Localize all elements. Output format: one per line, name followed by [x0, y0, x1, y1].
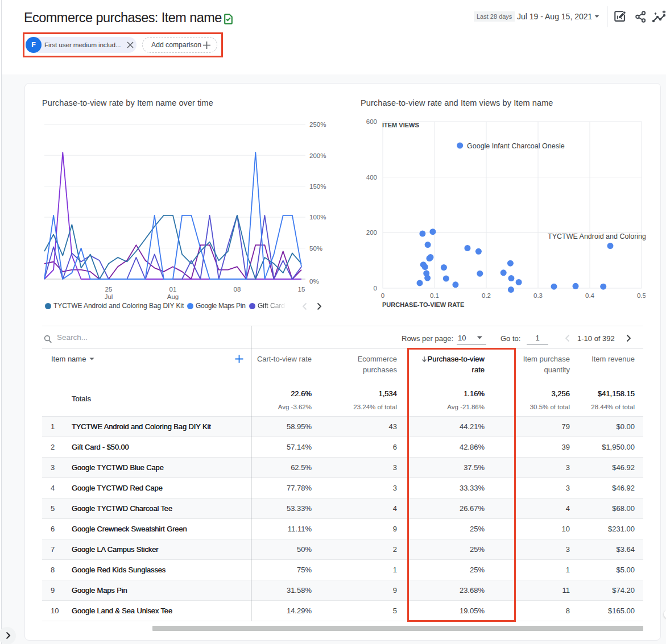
svg-text:0.4: 0.4 [585, 292, 595, 299]
svg-text:ITEM VIEWS: ITEM VIEWS [382, 122, 419, 128]
svg-text:15: 15 [298, 286, 305, 293]
svg-text:200: 200 [366, 229, 377, 236]
svg-text:0.3: 0.3 [533, 292, 543, 299]
svg-text:Aug: Aug [167, 293, 179, 300]
svg-text:400: 400 [366, 174, 377, 181]
svg-text:600: 600 [366, 118, 377, 125]
svg-text:0%: 0% [309, 278, 319, 285]
svg-text:08: 08 [234, 286, 241, 293]
svg-text:PURCHASE-TO-VIEW RATE: PURCHASE-TO-VIEW RATE [382, 301, 464, 308]
svg-text:250%: 250% [309, 121, 326, 128]
svg-text:Jul: Jul [105, 293, 113, 300]
svg-text:0.1: 0.1 [430, 292, 439, 299]
svg-text:0: 0 [374, 285, 377, 292]
svg-text:25: 25 [105, 286, 113, 293]
svg-text:100%: 100% [309, 214, 326, 221]
svg-text:0.5: 0.5 [637, 292, 646, 299]
svg-text:0.2: 0.2 [482, 292, 491, 299]
svg-text:Google Infant Charcoal Onesie: Google Infant Charcoal Onesie [467, 142, 565, 150]
svg-text:200%: 200% [309, 152, 326, 159]
svg-text:150%: 150% [309, 183, 326, 190]
svg-text:TYCTWE Android and Coloring: TYCTWE Android and Coloring [548, 232, 646, 240]
svg-text:01: 01 [169, 286, 177, 293]
svg-text:50%: 50% [309, 245, 322, 252]
svg-text:0: 0 [381, 292, 384, 299]
